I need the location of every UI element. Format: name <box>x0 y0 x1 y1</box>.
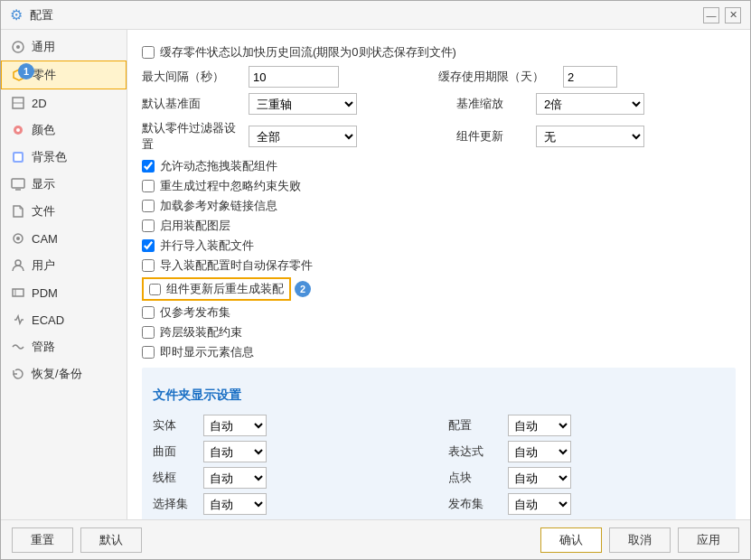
folder-display-section: 文件夹显示设置 实体 自动 曲面 自动 线框 <box>142 368 736 519</box>
default-plane-select[interactable]: 三重轴 <box>249 93 357 115</box>
sidebar-item-pipe[interactable]: 管路 <box>1 333 127 360</box>
svg-rect-7 <box>14 154 22 161</box>
cancel-button[interactable]: 取消 <box>609 527 671 553</box>
checkbox-assembly-layer[interactable] <box>142 219 155 232</box>
sidebar-item-ecad[interactable]: ECAD <box>1 306 127 333</box>
folder-label-expression: 表达式 <box>448 443 502 460</box>
sidebar: 通用 零件 1 2D 颜色 <box>1 30 127 519</box>
folder-select-pointblock[interactable]: 自动 <box>508 467 571 489</box>
checkbox-dynamic[interactable] <box>142 160 155 173</box>
folder-label-wireframe: 线框 <box>153 470 198 486</box>
sidebar-item-restore[interactable]: 恢复/备份 <box>1 360 127 387</box>
max-interval-label: 最大间隔（秒） <box>142 69 241 85</box>
restore-icon <box>10 366 26 382</box>
sidebar-label-background: 背景色 <box>32 149 67 165</box>
component-update-label: 组件更新 <box>456 128 529 145</box>
checkbox-dynamic-label: 允许动态拖拽装配组件 <box>160 158 277 174</box>
checkbox-cache-label: 缓存零件状态以加快历史回流(期限为0则状态保存到文件) <box>160 44 456 61</box>
svg-rect-8 <box>12 179 24 188</box>
sidebar-label-cam: CAM <box>32 232 58 246</box>
folder-item-pointblock: 点块 自动 <box>448 467 726 489</box>
sidebar-item-general[interactable]: 通用 <box>1 33 127 61</box>
sidebar-item-color[interactable]: 颜色 <box>1 117 127 144</box>
checkbox-row-add-param: 加载参考对象链接信息 <box>142 198 736 214</box>
sidebar-label-display: 显示 <box>32 176 55 192</box>
svg-point-11 <box>16 237 20 240</box>
sidebar-label-2d: 2D <box>32 97 47 110</box>
title-bar-buttons: — ✕ <box>703 7 741 23</box>
checkbox-import-save[interactable] <box>142 259 155 272</box>
checkbox-row-ref-publish: 仅参考发布集 <box>142 304 736 321</box>
checkbox-parallel-import[interactable] <box>142 239 155 252</box>
folder-select-expression[interactable]: 自动 <box>508 441 571 462</box>
sidebar-label-part: 零件 <box>33 67 56 83</box>
component-update-select[interactable]: 无 <box>536 126 644 147</box>
checkbox-assembly-layer-label: 启用装配图层 <box>160 218 230 234</box>
window-icon: ⚙ <box>10 6 23 23</box>
pdm-icon <box>10 285 26 301</box>
minimize-button[interactable]: — <box>703 7 719 23</box>
default-button[interactable]: 默认 <box>80 527 142 553</box>
background-icon <box>10 149 26 165</box>
checkbox-regen-assembly-label: 组件更新后重生成装配 <box>166 281 284 297</box>
sidebar-label-pdm: PDM <box>32 286 58 300</box>
checkbox-regen-abort-label: 重生成过程中忽略约束失败 <box>160 178 301 194</box>
sidebar-item-2d[interactable]: 2D <box>1 89 127 117</box>
checkbox-regen-assembly[interactable] <box>149 284 161 295</box>
window-title: 配置 <box>30 7 53 23</box>
sidebar-item-user[interactable]: 用户 <box>1 252 127 279</box>
title-bar-left: ⚙ 配置 <box>10 6 53 23</box>
folder-select-wireframe[interactable]: 自动 <box>203 467 267 489</box>
close-button[interactable]: ✕ <box>725 7 741 23</box>
folder-select-selection[interactable]: 自动 <box>203 493 267 515</box>
general-icon <box>10 39 26 55</box>
folder-select-config[interactable]: 自动 <box>508 415 571 436</box>
folder-item-expression: 表达式 自动 <box>448 441 726 462</box>
sidebar-item-part[interactable]: 零件 1 <box>1 61 127 89</box>
folder-label-pointblock: 点块 <box>448 470 502 486</box>
checkbox-cache[interactable] <box>142 46 155 59</box>
folder-item-solid: 实体 自动 <box>153 415 430 436</box>
sidebar-item-file[interactable]: 文件 <box>1 198 127 225</box>
checkbox-cross-level-label: 跨层级装配约束 <box>160 324 242 341</box>
base-scale-select[interactable]: 2倍 <box>536 93 644 115</box>
sidebar-label-color: 颜色 <box>32 122 55 138</box>
checkbox-ref-publish-label: 仅参考发布集 <box>160 304 230 321</box>
checkbox-add-param-label: 加载参考对象链接信息 <box>160 198 277 214</box>
sidebar-item-background[interactable]: 背景色 <box>1 144 127 171</box>
sidebar-item-pdm[interactable]: PDM <box>1 279 127 306</box>
apply-button[interactable]: 应用 <box>678 527 739 553</box>
sidebar-label-general: 通用 <box>32 39 55 55</box>
folder-item-surface: 曲面 自动 <box>153 441 430 462</box>
folder-select-surface[interactable]: 自动 <box>203 441 267 462</box>
checkbox-cross-level[interactable] <box>142 326 155 339</box>
folder-label-solid: 实体 <box>153 417 198 434</box>
reset-button[interactable]: 重置 <box>12 527 73 553</box>
max-interval-input[interactable] <box>249 66 339 88</box>
cam-icon <box>10 230 26 247</box>
folder-select-publish[interactable]: 自动 <box>508 493 571 515</box>
svg-point-5 <box>16 128 20 132</box>
filter-select[interactable]: 全部 <box>249 126 357 147</box>
sidebar-item-display[interactable]: 显示 <box>1 171 127 198</box>
cache-expire-input[interactable] <box>563 66 617 88</box>
checkbox-regen-abort[interactable] <box>142 180 155 192</box>
checkbox-show-element[interactable] <box>142 346 155 359</box>
2d-icon <box>10 95 26 111</box>
checkbox-add-param[interactable] <box>142 200 155 212</box>
color-icon <box>10 122 26 138</box>
folder-item-publish: 发布集 自动 <box>448 493 726 515</box>
folder-label-publish: 发布集 <box>448 496 502 512</box>
checkbox-row-cross-level: 跨层级装配约束 <box>142 324 736 341</box>
svg-rect-13 <box>13 289 23 296</box>
sidebar-label-pipe: 管路 <box>32 339 55 355</box>
sidebar-item-cam[interactable]: CAM <box>1 225 127 252</box>
checkbox-ref-publish[interactable] <box>142 306 155 319</box>
sidebar-label-restore: 恢复/备份 <box>32 366 82 382</box>
sidebar-label-file: 文件 <box>32 203 55 219</box>
folder-select-solid[interactable]: 自动 <box>203 415 267 436</box>
file-icon <box>10 203 26 219</box>
checkbox-row-dynamic: 允许动态拖拽装配组件 <box>142 158 736 174</box>
confirm-button[interactable]: 确认 <box>540 527 602 553</box>
checkbox-row-cache: 缓存零件状态以加快历史回流(期限为0则状态保存到文件) <box>142 44 736 61</box>
